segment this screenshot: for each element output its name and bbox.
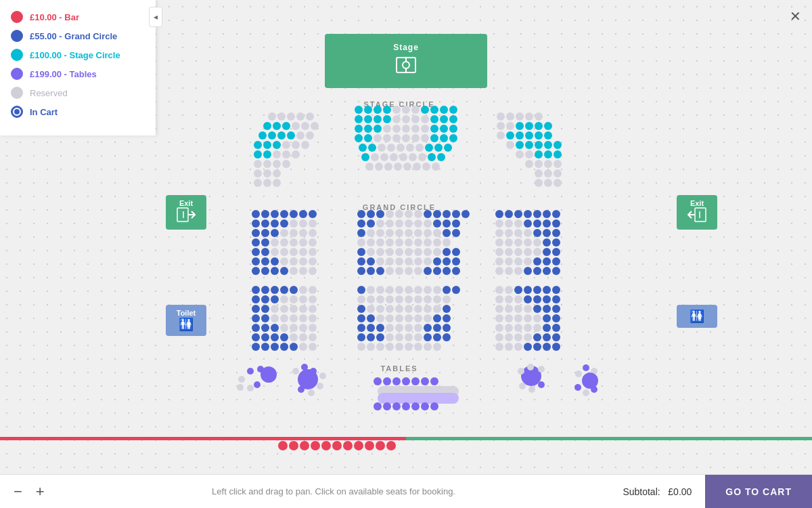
- svg-point-386: [405, 286, 413, 294]
- svg-point-486: [495, 333, 503, 341]
- svg-point-479: [495, 324, 503, 332]
- svg-point-90: [440, 134, 448, 142]
- svg-point-42: [254, 169, 262, 177]
- svg-point-95: [387, 144, 395, 152]
- svg-point-446: [395, 343, 403, 351]
- svg-point-344: [299, 295, 307, 303]
- svg-point-521: [411, 377, 420, 385]
- svg-point-258: [433, 248, 441, 256]
- svg-point-215: [443, 210, 451, 218]
- svg-point-405: [386, 305, 394, 313]
- zoom-out-button[interactable]: −: [14, 483, 22, 501]
- svg-point-290: [495, 219, 503, 228]
- svg-point-488: [514, 333, 522, 341]
- svg-point-293: [524, 219, 532, 228]
- svg-point-519: [392, 377, 401, 385]
- svg-point-494: [505, 343, 513, 351]
- svg-point-480: [505, 324, 513, 332]
- svg-point-325: [495, 267, 503, 275]
- svg-point-375: [261, 343, 269, 351]
- svg-point-183: [299, 238, 307, 247]
- svg-point-199: [252, 267, 260, 275]
- svg-point-100: [434, 144, 443, 152]
- svg-point-154: [535, 179, 543, 187]
- svg-point-254: [395, 248, 403, 256]
- svg-point-11: [277, 112, 286, 121]
- svg-point-491: [543, 333, 551, 341]
- svg-point-341: [271, 295, 279, 303]
- svg-point-149: [544, 160, 552, 168]
- legend-bar: £10.00 - Bar: [11, 11, 145, 23]
- svg-point-404: [376, 305, 384, 313]
- svg-point-366: [309, 324, 317, 332]
- svg-point-134: [535, 131, 543, 140]
- svg-point-15: [263, 122, 271, 130]
- go-to-cart-button[interactable]: GO TO CART: [705, 475, 812, 509]
- svg-point-191: [309, 248, 317, 256]
- svg-point-452: [505, 286, 513, 294]
- svg-point-108: [418, 153, 426, 161]
- svg-point-319: [505, 257, 513, 266]
- svg-point-394: [376, 295, 384, 303]
- svg-point-133: [525, 131, 533, 140]
- svg-point-196: [290, 257, 298, 266]
- svg-point-317: [552, 248, 560, 256]
- svg-point-493: [495, 343, 503, 351]
- zoom-in-button[interactable]: +: [36, 483, 45, 501]
- close-button[interactable]: ✕: [790, 8, 801, 24]
- svg-point-123: [535, 112, 543, 121]
- svg-point-553: [365, 441, 374, 450]
- svg-point-16: [273, 122, 281, 130]
- svg-point-345: [309, 295, 317, 303]
- svg-point-498: [543, 343, 551, 351]
- zoom-controls: − +: [0, 483, 58, 501]
- svg-point-360: [252, 324, 260, 332]
- svg-point-297: [495, 229, 503, 237]
- svg-point-485: [552, 324, 560, 332]
- svg-point-112: [375, 163, 383, 171]
- svg-point-89: [430, 134, 438, 142]
- svg-point-207: [367, 210, 375, 218]
- svg-point-279: [424, 267, 432, 275]
- svg-point-75: [402, 125, 410, 133]
- svg-point-524: [374, 402, 382, 410]
- instruction-text: Left click and drag to pan. Click on ava…: [58, 486, 610, 496]
- svg-point-18: [292, 122, 300, 130]
- svg-point-189: [290, 248, 298, 256]
- svg-point-380: [309, 343, 317, 351]
- svg-point-351: [299, 305, 307, 313]
- svg-point-252: [376, 248, 384, 256]
- svg-point-46: [263, 179, 271, 187]
- svg-point-356: [280, 314, 288, 322]
- svg-point-542: [591, 386, 597, 393]
- svg-point-545: [278, 441, 288, 450]
- svg-point-518: [383, 377, 391, 385]
- svg-point-97: [406, 144, 414, 152]
- svg-point-323: [543, 257, 551, 266]
- svg-point-495: [514, 343, 522, 351]
- svg-point-272: [357, 267, 365, 275]
- svg-point-413: [367, 314, 375, 322]
- svg-point-522: [421, 377, 429, 385]
- collapse-panel-button[interactable]: ◂: [149, 7, 162, 27]
- svg-point-201: [271, 267, 279, 275]
- svg-point-118: [432, 163, 440, 171]
- svg-point-393: [367, 295, 375, 303]
- svg-point-185: [252, 248, 260, 256]
- svg-point-167: [280, 219, 288, 228]
- svg-point-19: [301, 122, 309, 130]
- svg-point-427: [405, 324, 413, 332]
- svg-point-64: [402, 115, 410, 123]
- svg-point-91: [449, 134, 457, 142]
- svg-point-396: [395, 295, 403, 303]
- svg-point-302: [543, 229, 551, 237]
- svg-point-176: [299, 229, 307, 237]
- svg-point-359: [309, 314, 317, 322]
- svg-point-391: [452, 286, 460, 294]
- svg-point-408: [414, 305, 422, 313]
- svg-point-296: [552, 219, 560, 228]
- svg-point-50: [374, 106, 382, 114]
- svg-point-294: [533, 219, 541, 228]
- svg-point-283: [495, 210, 503, 218]
- svg-point-316: [543, 248, 551, 256]
